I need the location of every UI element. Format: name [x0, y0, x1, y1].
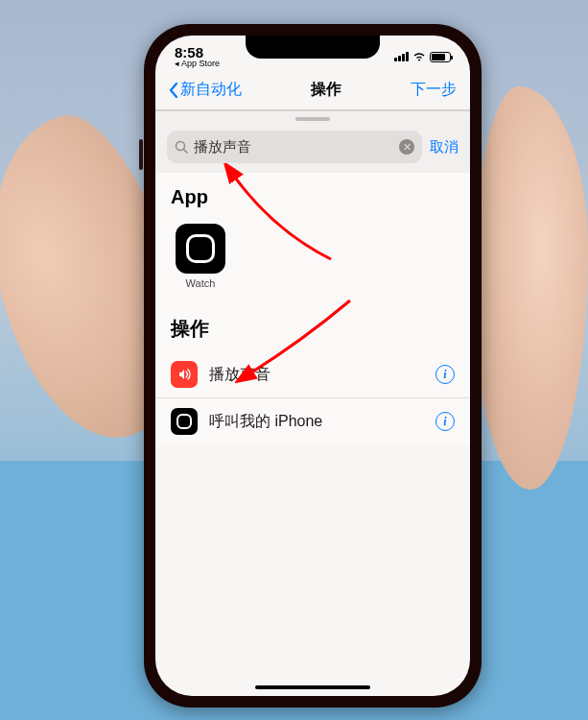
info-button[interactable]: i [435, 365, 455, 384]
action-label: 播放声音 [209, 365, 424, 385]
back-label: 新自动化 [180, 80, 242, 100]
info-button[interactable]: i [435, 412, 455, 431]
nav-title: 操作 [311, 80, 341, 100]
watch-icon [171, 408, 198, 435]
section-title-app: App [155, 173, 470, 218]
next-button[interactable]: 下一步 [411, 80, 457, 100]
hand-fingers [473, 86, 588, 490]
status-icons [394, 52, 451, 62]
watch-app-icon [176, 224, 225, 274]
app-watch[interactable]: Watch [171, 224, 230, 289]
home-indicator[interactable] [255, 685, 370, 689]
wifi-icon [412, 52, 426, 62]
nav-bar: 新自动化 操作 下一步 [155, 74, 470, 110]
cancel-button[interactable]: 取消 [430, 138, 459, 156]
status-breadcrumb[interactable]: ◂ App Store [175, 60, 220, 68]
search-field[interactable]: ✕ [167, 131, 422, 163]
search-icon [175, 140, 188, 154]
section-title-actions: 操作 [155, 302, 470, 351]
status-time: 8:58 [175, 45, 220, 60]
phone-frame: 8:58 ◂ App Store 新自动化 操作 下一步 [144, 24, 482, 708]
clear-search-button[interactable]: ✕ [399, 139, 414, 155]
action-play-sound[interactable]: 播放声音 i [155, 351, 470, 398]
speaker-icon [171, 361, 198, 388]
back-button[interactable]: 新自动化 [169, 80, 242, 100]
notch [246, 36, 380, 59]
sheet-header: ✕ 取消 [155, 110, 470, 173]
action-ping-iphone[interactable]: 呼叫我的 iPhone i [155, 398, 470, 444]
battery-icon [430, 52, 451, 62]
sheet-grabber[interactable] [295, 117, 330, 121]
phone-screen: 8:58 ◂ App Store 新自动化 操作 下一步 [155, 36, 470, 696]
signal-icon [394, 52, 409, 61]
search-input[interactable] [194, 139, 393, 156]
action-label: 呼叫我的 iPhone [209, 412, 424, 432]
results-content: App Watch 操作 播放声音 i 呼叫我的 iPhone [155, 173, 470, 444]
app-label: Watch [186, 277, 216, 289]
svg-line-1 [184, 150, 188, 154]
chevron-left-icon [169, 83, 178, 98]
